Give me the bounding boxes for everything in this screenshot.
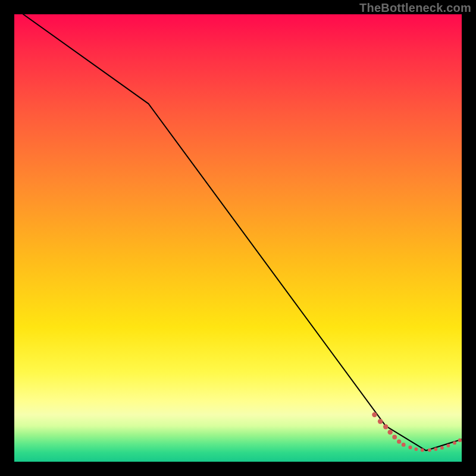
watermark-text: TheBottleneck.com — [359, 1, 471, 15]
plot-area — [14, 14, 462, 462]
background-gradient — [14, 14, 462, 462]
chart-frame: TheBottleneck.com — [0, 0, 476, 476]
